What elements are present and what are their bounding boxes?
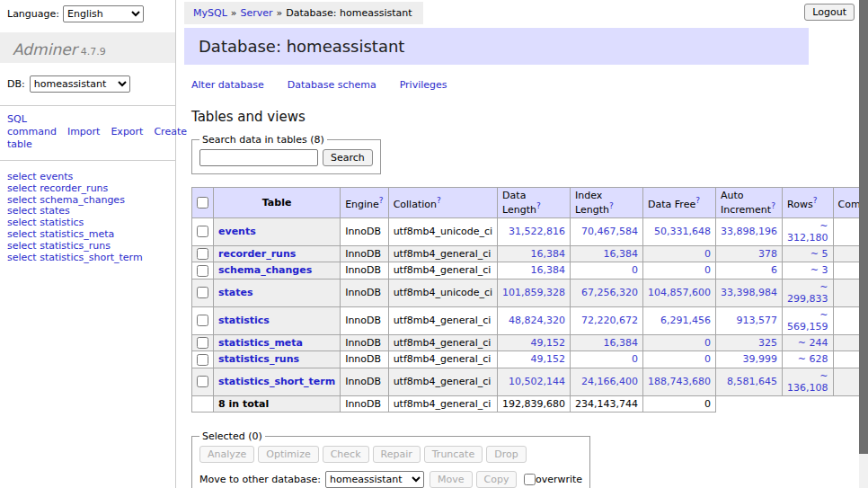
row-checkbox[interactable]: [197, 354, 208, 366]
data-length-link[interactable]: 101,859,328: [502, 287, 565, 298]
data-free-link[interactable]: 6,291,456: [660, 315, 711, 326]
help-icon[interactable]: ?: [609, 201, 614, 210]
table-link[interactable]: events: [218, 226, 256, 237]
data-free-link[interactable]: 0: [704, 353, 711, 365]
help-icon[interactable]: ?: [536, 201, 541, 210]
breadcrumb-mysql-link[interactable]: MySQL: [193, 7, 227, 19]
sql-command-link[interactable]: SQL command: [7, 113, 57, 138]
data-free-link[interactable]: 0: [704, 264, 711, 276]
breadcrumb-server-link[interactable]: Server: [241, 7, 273, 19]
help-icon[interactable]: ?: [437, 196, 441, 205]
auto-increment-link[interactable]: 6: [771, 264, 777, 276]
data-free-link[interactable]: 0: [704, 337, 711, 349]
auto-increment-link[interactable]: 325: [758, 337, 777, 349]
sidebar-item-select-schema-changes[interactable]: select schema_changes: [7, 194, 125, 206]
copy-button[interactable]: Copy: [476, 471, 518, 488]
auto-increment-link[interactable]: 39,999: [743, 353, 778, 365]
sidebar-item-select-statistics[interactable]: select statistics: [7, 217, 84, 228]
table-link[interactable]: statistics: [218, 315, 270, 326]
select-all-checkbox[interactable]: [197, 197, 208, 209]
table-link[interactable]: recorder_runs: [218, 248, 296, 260]
table-link[interactable]: statistics_short_term: [218, 376, 335, 387]
table-link[interactable]: statistics_meta: [218, 337, 303, 349]
auto-increment-link[interactable]: 378: [758, 248, 777, 260]
index-length-link[interactable]: 16,384: [604, 248, 639, 260]
index-length-link[interactable]: 0: [632, 353, 638, 365]
privileges-link[interactable]: Privileges: [400, 79, 447, 91]
check-button[interactable]: Check: [323, 446, 369, 463]
drop-button[interactable]: Drop: [486, 446, 526, 463]
truncate-button[interactable]: Truncate: [424, 446, 483, 463]
database-schema-link[interactable]: Database schema: [288, 79, 376, 91]
data-length-link[interactable]: 31,522,816: [509, 226, 565, 237]
page-scrollbar[interactable]: [859, 0, 868, 488]
sidebar-item-select-states[interactable]: select states: [7, 205, 70, 217]
table-link[interactable]: statistics_runs: [218, 353, 299, 365]
import-link[interactable]: Import: [67, 126, 101, 138]
table-link[interactable]: states: [218, 287, 253, 298]
data-length-link[interactable]: 10,502,144: [509, 376, 565, 387]
data-free-link[interactable]: 50,331,648: [654, 226, 711, 237]
index-length-link[interactable]: 70,467,584: [581, 226, 638, 237]
data-length-link[interactable]: 49,152: [531, 337, 566, 349]
rows-count-link[interactable]: ~ 136,108: [787, 370, 828, 394]
collation-cell: utf8mb4_unicode_ci: [388, 279, 497, 306]
help-icon[interactable]: ?: [813, 196, 818, 205]
data-free-link[interactable]: 104,857,600: [648, 287, 711, 298]
row-checkbox[interactable]: [197, 226, 208, 237]
sidebar-item-select-statistics-short-term[interactable]: select statistics_short_term: [7, 252, 143, 263]
export-link[interactable]: Export: [111, 126, 143, 138]
rows-count-link[interactable]: ~ 5: [810, 248, 828, 260]
move-button[interactable]: Move: [430, 471, 473, 488]
search-input[interactable]: [199, 149, 318, 166]
rows-count-link[interactable]: ~ 569,159: [787, 309, 828, 333]
data-free-link[interactable]: 188,743,680: [648, 376, 711, 387]
table-link[interactable]: schema_changes: [218, 264, 312, 276]
data-free-link[interactable]: 0: [704, 248, 711, 260]
index-length-link[interactable]: 16,384: [604, 337, 639, 349]
row-checkbox[interactable]: [197, 265, 208, 277]
row-checkbox[interactable]: [197, 248, 208, 260]
auto-increment-link[interactable]: 913,577: [737, 315, 778, 326]
index-length-link[interactable]: 72,220,672: [581, 315, 638, 326]
db-select[interactable]: homeassistant: [30, 75, 130, 93]
data-length-link[interactable]: 48,824,320: [509, 315, 565, 326]
help-icon[interactable]: ?: [695, 196, 700, 205]
scrollbar-thumb[interactable]: [859, 0, 868, 454]
logout-button[interactable]: Logout: [804, 4, 855, 21]
row-checkbox[interactable]: [197, 337, 208, 349]
help-icon[interactable]: ?: [379, 196, 384, 205]
row-checkbox[interactable]: [197, 315, 208, 326]
search-button[interactable]: Search: [323, 149, 373, 166]
sidebar-item-select-statistics-runs[interactable]: select statistics_runs: [7, 240, 111, 252]
sidebar-item-select-statistics-meta[interactable]: select statistics_meta: [7, 228, 114, 240]
index-length-link[interactable]: 24,166,400: [581, 376, 638, 387]
overwrite-checkbox[interactable]: [524, 474, 536, 485]
index-length-link[interactable]: 0: [632, 264, 638, 276]
data-length-link[interactable]: 16,384: [531, 248, 566, 260]
auto-increment-link[interactable]: 8,581,645: [727, 376, 777, 387]
collation-cell: utf8mb4_general_ci: [388, 395, 497, 412]
auto-increment-link[interactable]: 33,398,984: [721, 287, 777, 298]
alter-database-link[interactable]: Alter database: [191, 79, 264, 91]
analyze-button[interactable]: Analyze: [199, 446, 254, 463]
auto-increment-link[interactable]: 33,898,196: [721, 226, 777, 237]
language-select[interactable]: English: [63, 5, 144, 22]
repair-button[interactable]: Repair: [373, 446, 421, 463]
data-length-link[interactable]: 16,384: [531, 264, 566, 276]
search-legend: Search data in tables (8): [199, 134, 327, 146]
row-checkbox[interactable]: [197, 287, 208, 298]
sidebar-item-select-events[interactable]: select events: [7, 171, 73, 182]
row-checkbox[interactable]: [197, 376, 208, 387]
rows-count-link[interactable]: ~ 3: [810, 264, 828, 276]
rows-count-link[interactable]: ~ 312,180: [787, 220, 828, 244]
rows-count-link[interactable]: ~ 244: [798, 337, 828, 349]
rows-count-link[interactable]: ~ 299,833: [787, 281, 828, 305]
optimize-button[interactable]: Optimize: [258, 446, 318, 463]
index-length-link[interactable]: 67,256,320: [581, 287, 638, 298]
data-length-link[interactable]: 49,152: [531, 353, 566, 365]
move-database-select[interactable]: homeassistant: [325, 471, 424, 488]
help-icon[interactable]: ?: [771, 201, 775, 210]
sidebar-item-select-recorder-runs[interactable]: select recorder_runs: [7, 182, 108, 194]
rows-count-link[interactable]: ~ 628: [798, 353, 828, 365]
